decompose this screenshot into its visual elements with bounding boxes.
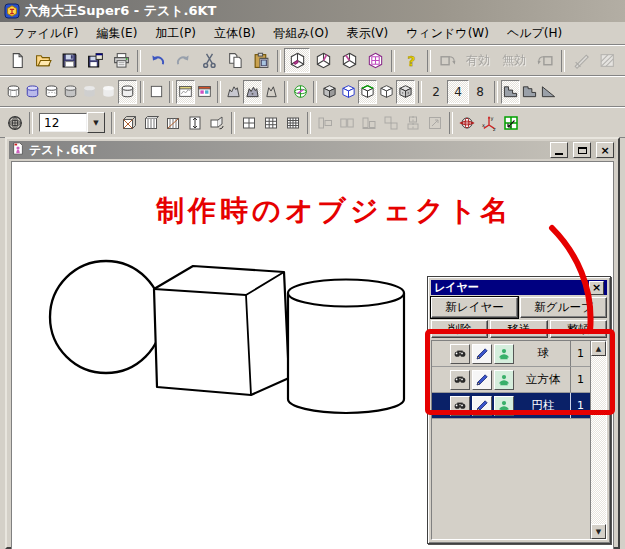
menu-skeleton[interactable]: 骨組み(O)	[265, 23, 338, 44]
cut-button[interactable]	[196, 48, 222, 73]
sphere-object[interactable]	[50, 261, 162, 373]
copy-button[interactable]	[222, 48, 248, 73]
sphere-wireframe-green-button[interactable]	[291, 80, 310, 104]
delete-layer-button[interactable]: 削除	[431, 320, 488, 338]
close-button[interactable]: ×	[596, 142, 614, 158]
scroll-track[interactable]	[591, 356, 606, 524]
axis-xyz-button[interactable]: yxz	[478, 111, 500, 135]
dropdown-arrow-icon[interactable]: ▼	[87, 112, 105, 133]
subdivision-4-button[interactable]: 4	[447, 80, 469, 104]
palette-titlebar[interactable]: レイヤー ×	[431, 280, 607, 295]
rotate-right-button[interactable]	[532, 48, 558, 73]
hatch-fill-button[interactable]	[594, 48, 620, 73]
paste-button[interactable]	[248, 48, 274, 73]
visibility-button[interactable]	[450, 396, 470, 416]
arrange-layer-button[interactable]: 整頓	[550, 320, 607, 338]
redo-button[interactable]	[170, 48, 196, 73]
cube-blue-edges-button[interactable]	[339, 80, 358, 104]
material-button[interactable]	[494, 396, 514, 416]
help-button[interactable]: ?	[398, 48, 424, 73]
grid-move-green-button[interactable]	[500, 111, 522, 135]
cylinder-smooth-bright-button[interactable]	[99, 80, 118, 104]
subdivision-8-button[interactable]: 8	[469, 80, 491, 104]
edit-button[interactable]	[472, 344, 492, 364]
document-titlebar[interactable]: テスト.6KT ×	[9, 141, 616, 159]
cylinder-wireframe-hidden-button[interactable]	[42, 80, 61, 104]
stairs-mid-button[interactable]	[520, 80, 539, 104]
scroll-down-button[interactable]: ▼	[591, 524, 606, 539]
cylinder-shaded-color-button[interactable]	[23, 80, 42, 104]
visibility-button[interactable]	[450, 370, 470, 390]
grid-4x4-button[interactable]	[282, 111, 304, 135]
align-bottom-button[interactable]	[358, 111, 380, 135]
menu-window[interactable]: ウィンドウ(W)	[397, 23, 498, 44]
scroll-up-button[interactable]: ▲	[591, 341, 606, 356]
menu-help[interactable]: ヘルプ(H)	[498, 23, 571, 44]
lattice-box-striped-2-button[interactable]	[162, 111, 184, 135]
ridge-tool-3-button[interactable]	[262, 80, 281, 104]
unfold-box-button[interactable]	[206, 111, 228, 135]
minimize-button[interactable]	[550, 142, 568, 158]
ridge-tool-2-button[interactable]	[243, 80, 262, 104]
menu-solid[interactable]: 立体(B)	[205, 23, 265, 44]
menu-file[interactable]: ファイル(F)	[4, 23, 87, 44]
layer-row[interactable]: 立方体1	[432, 367, 590, 393]
stairs-high-button[interactable]	[539, 80, 558, 104]
view-rotate-free-button[interactable]	[284, 48, 310, 73]
undo-button[interactable]	[144, 48, 170, 73]
grid-3x3-button[interactable]	[260, 111, 282, 135]
menu-view[interactable]: 表示(V)	[338, 23, 398, 44]
cube-solid-button[interactable]	[320, 80, 339, 104]
layer-row[interactable]: 円柱1	[432, 393, 590, 419]
grid-2x2-button[interactable]	[238, 111, 260, 135]
open-file-button[interactable]	[30, 48, 56, 73]
edit-button[interactable]	[472, 370, 492, 390]
cube-white-button[interactable]	[377, 80, 396, 104]
palette-close-button[interactable]: ×	[589, 281, 604, 295]
cylinder-wireframe-button[interactable]	[4, 80, 23, 104]
edit-button[interactable]	[472, 396, 492, 416]
rect-frame-button[interactable]	[147, 80, 166, 104]
cube-green-edges-button[interactable]	[358, 80, 377, 104]
print-button[interactable]	[108, 48, 134, 73]
disable-button[interactable]: 無効	[496, 48, 532, 73]
align-center-button[interactable]	[402, 111, 424, 135]
maximize-button[interactable]	[573, 142, 591, 158]
view-rotate-y-button[interactable]	[310, 48, 336, 73]
align-vertical-button[interactable]	[336, 111, 358, 135]
cube-object[interactable]	[154, 266, 289, 395]
stairs-low-button[interactable]	[501, 80, 520, 104]
texture-window-color-button[interactable]	[195, 80, 214, 104]
menu-edit[interactable]: 編集(E)	[87, 23, 146, 44]
visibility-button[interactable]	[450, 344, 470, 364]
save-file-button[interactable]	[56, 48, 82, 73]
cylinder-smooth-button[interactable]	[80, 80, 99, 104]
save-as-button[interactable]	[82, 48, 108, 73]
scale-vertical-button[interactable]	[184, 111, 206, 135]
rotate-left-button[interactable]	[434, 48, 460, 73]
mirror-button[interactable]	[568, 48, 594, 73]
layer-row[interactable]: 球1	[432, 341, 590, 367]
enable-button[interactable]: 有効	[460, 48, 496, 73]
cylinder-shaded-gray-button[interactable]	[61, 80, 80, 104]
grid-size-combo[interactable]: 12▼	[39, 112, 105, 133]
new-document-button[interactable]	[4, 48, 30, 73]
texture-window-button[interactable]	[176, 80, 195, 104]
lattice-box-button[interactable]	[118, 111, 140, 135]
move-layer-button[interactable]: 移送	[490, 320, 547, 338]
new-layer-button[interactable]: 新レイヤー	[431, 297, 518, 318]
new-group-button[interactable]: 新グループ	[520, 297, 607, 318]
rotate-globe-red-button[interactable]	[456, 111, 478, 135]
subdivision-2-button[interactable]: 2	[425, 80, 447, 104]
extrude-button[interactable]	[620, 48, 625, 73]
align-overlap-button[interactable]	[380, 111, 402, 135]
cube-textured-button[interactable]	[396, 80, 415, 104]
lattice-box-striped-button[interactable]	[140, 111, 162, 135]
material-button[interactable]	[494, 344, 514, 364]
cylinder-object[interactable]	[288, 280, 404, 414]
cylinder-outline-button[interactable]	[118, 80, 137, 104]
view-perspective-grid-button[interactable]	[362, 48, 388, 73]
menu-process[interactable]: 加工(P)	[146, 23, 205, 44]
view-rotate-x-button[interactable]	[336, 48, 362, 73]
align-horizontal-button[interactable]	[314, 111, 336, 135]
